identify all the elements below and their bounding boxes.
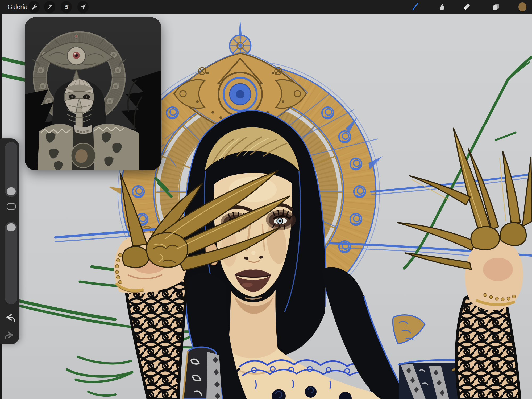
top-toolbar: Galería S: [0, 0, 532, 14]
undo-arrow-icon: [4, 313, 16, 323]
opacity-slider[interactable]: [5, 222, 17, 304]
brush-button[interactable]: [410, 2, 419, 12]
left-shoulder-strap: [183, 347, 222, 399]
brush-size-handle[interactable]: [7, 187, 16, 195]
modify-button[interactable]: [7, 203, 16, 210]
transform-button[interactable]: [77, 1, 89, 13]
eraser-icon: [462, 3, 471, 11]
color-swatch: [518, 2, 527, 12]
brocade-garment: [38, 124, 139, 170]
reference-image-panel[interactable]: [25, 17, 161, 170]
layers-icon: [492, 3, 500, 11]
undo-button[interactable]: [3, 312, 17, 324]
selection-icon: S: [63, 3, 70, 10]
selection-button[interactable]: S: [61, 1, 72, 13]
brush-sidebar: [0, 138, 19, 344]
brush-size-slider[interactable]: [5, 142, 17, 197]
redo-arrow-icon: [4, 331, 16, 341]
smudge-button[interactable]: [437, 2, 446, 12]
svg-text:S: S: [64, 4, 69, 10]
wrench-button[interactable]: [28, 1, 40, 13]
eraser-button[interactable]: [462, 2, 471, 12]
procreate-app: Galería S: [0, 0, 532, 399]
brush-icon: [410, 2, 419, 11]
reference-photo: [25, 17, 161, 170]
layers-button[interactable]: [491, 2, 501, 12]
opacity-handle[interactable]: [7, 223, 16, 231]
adjustments-button[interactable]: [44, 1, 55, 13]
redo-button[interactable]: [3, 330, 17, 342]
smudge-icon: [437, 3, 446, 11]
adjustments-icon: [46, 3, 53, 10]
gallery-button[interactable]: Galería: [7, 0, 27, 14]
transform-icon: [80, 3, 86, 10]
wrench-icon: [31, 3, 38, 10]
color-swatch-button[interactable]: [518, 2, 527, 12]
